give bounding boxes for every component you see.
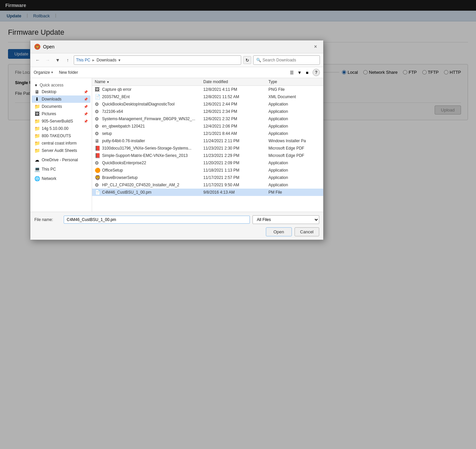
forward-button[interactable]: → xyxy=(44,56,52,64)
file-name-text: Capture qb error xyxy=(102,87,131,92)
file-type-cell: Application xyxy=(269,109,321,114)
sidebar-item-onedrive[interactable]: ☁ OneDrive - Personal xyxy=(32,156,90,164)
view-list-button[interactable]: ☰ xyxy=(288,68,296,76)
table-row[interactable]: 📄 C4M46_CustBSU_1_00.pm 9/8/2016 4:13 AM… xyxy=(92,189,323,196)
search-input[interactable] xyxy=(263,58,317,62)
dialog-close-button[interactable]: × xyxy=(312,43,319,50)
table-row[interactable]: 📕 Simple-Support-Matrix-EMC-VNXe-Series_… xyxy=(92,152,323,159)
file-type-icon: 🖥 xyxy=(95,138,100,144)
file-date-cell: 12/8/2021 11:52 AM xyxy=(203,94,268,99)
sidebar-item-documents[interactable]: 📁 Documents 📌 xyxy=(32,103,90,110)
view-details-button[interactable]: ■ xyxy=(303,68,311,76)
sidebar-item-desktop[interactable]: 🖥 Desktop 📌 xyxy=(32,88,90,95)
refresh-button[interactable]: ↻ xyxy=(243,56,251,64)
file-date-cell: 11/17/2021 9:50 AM xyxy=(203,183,268,187)
file-date-cell: 9/8/2016 4:13 AM xyxy=(203,190,268,195)
filename-input[interactable] xyxy=(64,216,250,224)
table-row[interactable]: ⚙ Systems-Management_Firmware_D8GP9_WN32… xyxy=(92,115,323,123)
file-date-cell: 11/23/2021 2:30 PM xyxy=(203,146,268,151)
brave-icon: 🦁 xyxy=(34,44,40,50)
new-folder-menu[interactable]: New folder xyxy=(59,70,78,75)
file-name-cell: ⚙ Systems-Management_Firmware_D8GP9_WN32… xyxy=(95,116,203,122)
file-name-cell: 📄 C4M46_CustBSU_1_00.pm xyxy=(95,190,203,195)
back-button[interactable]: ← xyxy=(34,56,42,64)
central-icon: 📁 xyxy=(34,141,40,146)
file-name-cell: 📄 203S7M2_8Ent xyxy=(95,94,203,99)
table-row[interactable]: 🖼 Capture qb error 12/8/2021 4:11 PM PNG… xyxy=(92,86,323,93)
file-date-cell: 12/1/2021 8:44 AM xyxy=(203,131,268,136)
sidebar-item-14g[interactable]: 📁 14g 5.10.00.00 xyxy=(32,125,90,132)
file-name-cell: ⚙ HP_CLJ_CP4020_CP4520_Installer_AM_2 xyxy=(95,182,203,188)
file-date-cell: 12/4/2021 2:06 PM xyxy=(203,124,268,129)
file-name-cell: ⚙ 7z2106-x64 xyxy=(95,109,203,114)
dialog-footer: File name: All Files Open Cancel xyxy=(30,212,323,240)
905-icon: 📁 xyxy=(34,119,40,124)
table-row[interactable]: ⚙ QuickBooksEnterprise22 11/20/2021 2:09… xyxy=(92,159,323,167)
col-type-header[interactable]: Type xyxy=(269,79,321,84)
dropdown-button[interactable]: ▼ xyxy=(54,56,62,64)
table-row[interactable]: 🖥 putty-64bit-0.76-installer 11/24/2021 … xyxy=(92,137,323,145)
cancel-button[interactable]: Cancel xyxy=(295,227,319,236)
table-row[interactable]: ⚙ setup 12/1/2021 8:44 AM Application xyxy=(92,130,323,137)
file-type-icon: 📕 xyxy=(95,146,100,151)
dialog-title: Open xyxy=(43,44,309,49)
dialog-toolbar: ← → ▼ ↑ This PC ► Downloads ▼ ↻ 🔍 xyxy=(30,53,323,67)
file-date-cell: 11/17/2021 2:57 PM xyxy=(203,175,268,180)
table-row[interactable]: ⚙ 7z2106-x64 12/6/2021 2:34 PM Applicati… xyxy=(92,108,323,115)
view-dropdown-button[interactable]: ▼ xyxy=(297,68,302,76)
file-type-icon: 📕 xyxy=(95,153,100,158)
table-row[interactable]: 🦁 BraveBrowserSetup 11/17/2021 2:57 PM A… xyxy=(92,174,323,181)
file-name-text: 3100docu31796_VNXe-Series-Storage-System… xyxy=(102,146,191,151)
open-button[interactable]: Open xyxy=(266,227,292,236)
14g-icon: 📁 xyxy=(34,126,40,131)
search-icon: 🔍 xyxy=(256,58,261,62)
filelist-header: Name ▼ Date modified Type xyxy=(92,78,323,86)
sidebar-item-thispc[interactable]: 💻 This PC xyxy=(32,166,90,173)
table-row[interactable]: ⚙ en_qbwebpatch 120421 12/4/2021 2:06 PM… xyxy=(92,123,323,130)
table-row[interactable]: 📄 203S7M2_8Ent 12/8/2021 11:52 AM XML Do… xyxy=(92,93,323,100)
file-name-cell: 📕 3100docu31796_VNXe-Series-Storage-Syst… xyxy=(95,146,203,151)
thispc-icon: 💻 xyxy=(34,167,40,172)
file-type-icon: ⚙ xyxy=(95,131,100,136)
documents-icon: 📁 xyxy=(34,104,40,109)
file-name-text: 7z2106-x64 xyxy=(102,109,123,114)
file-list: Name ▼ Date modified Type 🖼 Capture qb e… xyxy=(92,78,323,212)
file-name-text: setup xyxy=(102,131,112,136)
sidebar-item-server-audit[interactable]: 📁 Server Audit Sheets xyxy=(32,147,90,154)
onedrive-icon: ☁ xyxy=(34,157,40,163)
onedrive-label: OneDrive - Personal xyxy=(42,158,88,162)
file-type-icon: 🟠 xyxy=(95,168,100,173)
file-type-cell: Windows Installer Pa xyxy=(269,139,321,143)
file-type-cell: Application xyxy=(269,161,321,165)
table-row[interactable]: 🟠 OfficeSetup 11/18/2021 1:13 PM Applica… xyxy=(92,167,323,174)
table-row[interactable]: ⚙ HP_CLJ_CP4020_CP4520_Installer_AM_2 11… xyxy=(92,181,323,189)
help-button[interactable]: ? xyxy=(313,69,320,76)
sidebar-item-downloads[interactable]: ⬇ Downloads 📌 xyxy=(32,95,90,103)
sidebar-item-network[interactable]: 🌐 Network xyxy=(32,175,90,182)
file-name-cell: 🦁 BraveBrowserSetup xyxy=(95,175,203,180)
sidebar-item-800[interactable]: 📁 800-TAKEOUTS xyxy=(32,132,90,140)
sidebar-item-pictures[interactable]: 🖼 Pictures 📌 xyxy=(32,110,90,118)
file-name-cell: 🖼 Capture qb error xyxy=(95,87,203,92)
file-name-cell: 🟠 OfficeSetup xyxy=(95,168,203,173)
file-type-cell: Application xyxy=(269,131,321,136)
organize-label: Organize xyxy=(34,70,50,75)
file-name-cell: ⚙ en_qbwebpatch 120421 xyxy=(95,124,203,129)
file-type-cell: Microsoft Edge PDF xyxy=(269,153,321,158)
breadcrumb-thispc[interactable]: This PC xyxy=(76,58,90,62)
file-type-cell: Application xyxy=(269,168,321,173)
up-button[interactable]: ↑ xyxy=(64,56,72,64)
table-row[interactable]: 📕 3100docu31796_VNXe-Series-Storage-Syst… xyxy=(92,145,323,152)
pictures-pin: 📌 xyxy=(84,112,88,116)
sidebar-item-central[interactable]: 📁 central coast inform xyxy=(32,140,90,147)
col-name-header[interactable]: Name ▼ xyxy=(95,79,203,84)
file-type-icon: ⚙ xyxy=(95,160,100,166)
file-date-cell: 12/8/2021 4:11 PM xyxy=(203,87,268,92)
filetype-select[interactable]: All Files xyxy=(253,215,319,224)
table-row[interactable]: ⚙ QuickBooksDesktopInstallDiagnosticTool… xyxy=(92,100,323,108)
organize-menu[interactable]: Organize ▼ xyxy=(34,70,54,75)
breadcrumb-dropdown-btn[interactable]: ▼ xyxy=(118,58,121,62)
file-type-cell: Application xyxy=(269,117,321,121)
sidebar-item-905[interactable]: 📁 905-ServerBuildS 📌 xyxy=(32,118,90,125)
col-date-header[interactable]: Date modified xyxy=(203,79,268,84)
